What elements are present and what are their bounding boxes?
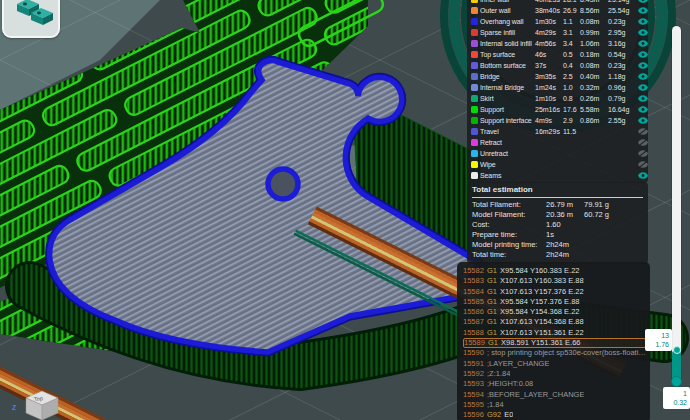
feature-color-swatch (471, 128, 478, 135)
feature-color-swatch (471, 117, 478, 124)
gcode-line[interactable]: 15583G1X107.613 Y160.383 E.88 (463, 276, 646, 286)
estimation-row: Cost:1.60 (472, 220, 643, 230)
feature-time: 46s (535, 49, 562, 60)
legend-row-wipe: Wipe (471, 159, 645, 170)
legend-row-overhang-wall: Overhang wall1m30s1.10.08m0.23g (471, 16, 645, 27)
feature-label: Top surface (480, 49, 534, 60)
feature-weight: 0.79g (608, 93, 636, 104)
feature-percent: 1.1 (563, 16, 579, 27)
feature-label: Bridge (480, 71, 534, 82)
feature-length: 0.99m (580, 27, 607, 38)
gcode-line[interactable]: 15586G1X95.584 Y154.368 E.22 (463, 307, 646, 317)
gcode-line[interactable]: 15592;Z:1.84 (463, 369, 646, 379)
gcode-line[interactable]: 15589G1X98.591 Y151.361 E.66 (463, 338, 646, 348)
feature-color-swatch (471, 18, 478, 25)
gcode-line[interactable]: 15593;HEIGHT:0.08 (463, 379, 646, 389)
gcode-line[interactable]: 15587G1X107.613 Y154.368 E.88 (463, 317, 646, 327)
gcode-comment: ;BEFORE_LAYER_CHANGE (487, 390, 584, 400)
gcode-line[interactable]: 15582G1X95.584 Y160.383 E.22 (463, 266, 646, 276)
estimation-row: Total time:2h24m (472, 250, 643, 260)
gcode-line[interactable]: 15591;LAYER_CHANGE (463, 359, 646, 369)
feature-weight: 3.16g (608, 38, 636, 49)
gcode-params: X95.584 Y154.368 E.22 (500, 307, 580, 317)
feature-percent: 0.4 (563, 60, 579, 71)
gcode-line-number: 15585 (463, 297, 487, 307)
feature-length: 1.06m (580, 38, 607, 49)
gcode-line[interactable]: 15584G1X107.613 Y157.376 E.22 (463, 287, 646, 297)
feature-percent: 26.9 (563, 5, 579, 16)
eye-icon (638, 106, 648, 113)
orientation-cube[interactable]: Top Z (6, 388, 70, 420)
visibility-toggle[interactable] (637, 117, 648, 124)
visibility-toggle[interactable] (637, 0, 648, 3)
feature-percent: 11.5 (563, 126, 579, 137)
feature-color-swatch (471, 172, 478, 179)
visibility-toggle[interactable] (637, 51, 648, 58)
estimation-label: Total time: (472, 250, 546, 260)
estimation-value: 26.79 m (546, 200, 584, 210)
feature-length: 5.58m (580, 104, 607, 115)
feature-color-swatch (471, 161, 478, 168)
gcode-line[interactable]: 15595;1.84 (463, 400, 646, 410)
gcode-line[interactable]: 15596G92E0 (463, 410, 646, 420)
layer-slider-track[interactable] (672, 26, 681, 383)
gcode-line-number: 15590 (463, 348, 487, 358)
feature-percent: 1.0 (563, 82, 579, 93)
gcode-params: X107.613 Y160.383 E.88 (500, 276, 584, 286)
feature-time: 1m10s (535, 93, 562, 104)
legend-row-bridge: Bridge3m35s2.50.40m1.18g (471, 71, 645, 82)
gcode-command: G1 (487, 328, 497, 338)
visibility-toggle[interactable] (637, 73, 648, 80)
gcode-command: G1 (487, 287, 497, 297)
gcode-line-number: 15582 (463, 266, 487, 276)
total-estimation-panel: Total estimation Total Filament:26.79 m7… (467, 182, 648, 264)
gcode-line[interactable]: 15585G1X95.584 Y157.376 E.88 (463, 297, 646, 307)
feature-length: 0.26m (580, 93, 607, 104)
eye-icon (638, 62, 648, 69)
estimation-value: 1.60 (546, 220, 584, 230)
feature-length: 0.18m (580, 49, 607, 60)
visibility-toggle[interactable] (637, 106, 648, 113)
visibility-toggle[interactable] (637, 161, 648, 168)
gcode-command: G1 (487, 276, 497, 286)
estimation-label: Prepare time: (472, 230, 546, 240)
visibility-toggle[interactable] (637, 128, 648, 135)
gcode-viewer-panel[interactable]: 15582G1X95.584 Y160.383 E.2215583G1X107.… (457, 262, 650, 420)
gcode-line-number: 15588 (463, 328, 487, 338)
plate-thumbnail-button[interactable] (2, 0, 60, 38)
visibility-toggle[interactable] (637, 150, 648, 157)
gcode-line-number: 15587 (463, 317, 487, 327)
slider-upper-handle[interactable] (673, 346, 681, 354)
gcode-line[interactable]: 15590; stop printing object sp530e-cover… (463, 348, 646, 358)
visibility-toggle[interactable] (637, 29, 648, 36)
visibility-toggle[interactable] (637, 62, 648, 69)
feature-color-swatch (471, 150, 478, 157)
visibility-toggle[interactable] (637, 84, 648, 91)
legend-row-internal-bridge: Internal Bridge1m24s1.00.32m0.96g (471, 82, 645, 93)
feature-color-swatch (471, 106, 478, 113)
slider-lower-handle[interactable] (671, 376, 682, 387)
estimation-label: Total Filament: (472, 200, 546, 210)
estimation-label: Cost: (472, 220, 546, 230)
visibility-toggle[interactable] (637, 40, 648, 47)
gcode-line-number: 15596 (463, 410, 487, 420)
feature-weight: 2.55g (608, 115, 636, 126)
visibility-toggle[interactable] (637, 7, 648, 14)
eye-off-icon (638, 161, 648, 168)
feature-label: Internal solid infill (480, 38, 534, 49)
visibility-toggle[interactable] (637, 95, 648, 102)
feature-percent: 0.8 (563, 93, 579, 104)
visibility-toggle[interactable] (637, 172, 648, 179)
visibility-toggle[interactable] (637, 18, 648, 25)
legend-row-sparse-infill: Sparse infill4m29s3.10.99m2.95g (471, 27, 645, 38)
feature-color-swatch (471, 62, 478, 69)
eye-off-icon (638, 150, 648, 157)
gcode-line[interactable]: 15588G1X107.613 Y151.361 E.22 (463, 328, 646, 338)
feature-label: Support interface (480, 115, 534, 126)
estimation-label: Model printing time: (472, 240, 546, 250)
feature-time: 1m24s (535, 82, 562, 93)
model-hole (268, 169, 298, 199)
gcode-line[interactable]: 15594;BEFORE_LAYER_CHANGE (463, 390, 646, 400)
visibility-toggle[interactable] (637, 139, 648, 146)
feature-weight: 0.54g (608, 49, 636, 60)
